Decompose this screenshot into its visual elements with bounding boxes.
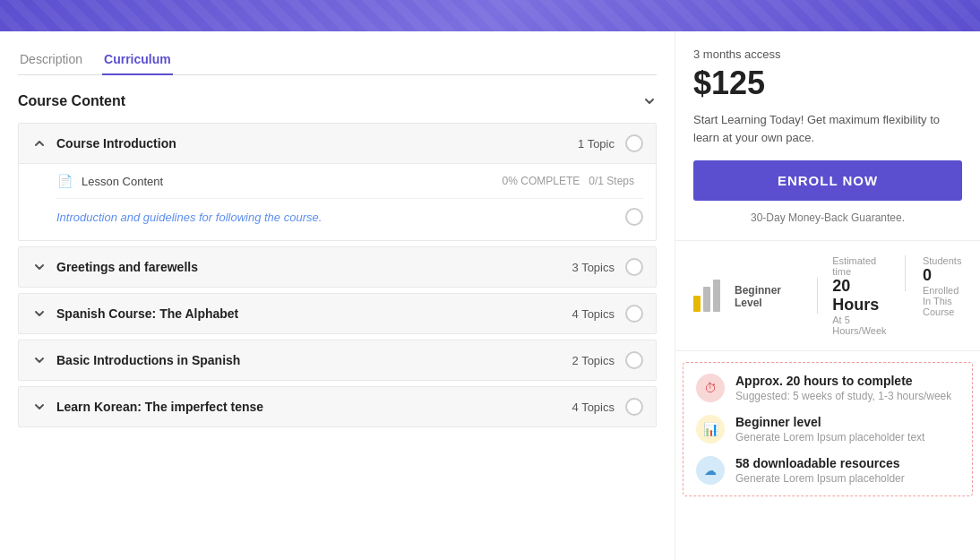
accordion-header-greetings[interactable]: Greetings and farewells 3 Topics xyxy=(19,247,656,287)
toggle-down-icon-greetings xyxy=(31,259,47,275)
accordion-korean-title: Learn Korean: The imperfect tense xyxy=(56,400,572,414)
stats-row: Beginner Level Estimated time 20 Hours A… xyxy=(675,241,980,351)
accordion-header-basic-intro[interactable]: Basic Introductions in Spanish 2 Topics xyxy=(19,340,656,380)
lesson-desc-circle xyxy=(625,208,643,226)
bar-3 xyxy=(713,280,720,312)
stat-time: Estimated time 20 Hours At 5 Hours/Week xyxy=(832,255,886,336)
feature-downloads-desc: Generate Lorem Ipsum placeholder xyxy=(735,472,905,485)
bar-1 xyxy=(693,296,701,312)
accordion-intro-count: 1 Topic xyxy=(578,137,615,151)
accordion-intro: Course Introduction 1 Topic 📄 Lesson Con… xyxy=(18,123,657,241)
enroll-button[interactable]: ENROLL NOW xyxy=(693,160,962,201)
tab-description[interactable]: Description xyxy=(18,45,84,75)
bar-2 xyxy=(703,287,710,312)
feature-downloads-icon: ☁ xyxy=(696,456,725,485)
lesson-description-row: Introduction and guidelines for followin… xyxy=(56,199,643,229)
stats-details: Estimated time 20 Hours At 5 Hours/Week … xyxy=(832,255,962,336)
accordion-korean-count: 4 Topics xyxy=(572,401,615,414)
lesson-meta: 0% COMPLETE 0/1 Steps xyxy=(503,175,634,187)
feature-level-desc: Generate Lorem Ipsum placeholder text xyxy=(735,431,924,444)
accordion-intro-circle xyxy=(625,134,643,152)
feature-time-title: Approx. 20 hours to complete xyxy=(735,374,951,388)
accordion-basic-intro: Basic Introductions in Spanish 2 Topics xyxy=(18,340,657,381)
access-label: 3 months access xyxy=(693,47,962,61)
lesson-description-text[interactable]: Introduction and guidelines for followin… xyxy=(56,211,322,224)
accordion-greetings-circle xyxy=(625,258,643,276)
lesson-title[interactable]: Lesson Content xyxy=(82,175,503,188)
feature-downloads: ☁ 58 downloadable resources Generate Lor… xyxy=(696,456,959,485)
accordion-korean-circle xyxy=(625,398,643,416)
beginner-level-label: Beginner Level xyxy=(735,284,803,309)
estimated-time-value: 20 Hours xyxy=(832,277,886,314)
feature-time: ⏱ Approx. 20 hours to complete Suggested… xyxy=(696,374,959,402)
feature-time-desc: Suggested: 5 weeks of study, 1-3 hours/w… xyxy=(735,390,951,402)
course-content-heading: Course Content xyxy=(18,93,125,109)
feature-downloads-text: 58 downloadable resources Generate Lorem… xyxy=(735,456,905,485)
feature-level: 📊 Beginner level Generate Lorem Ipsum pl… xyxy=(696,415,959,444)
lesson-steps: 0/1 Steps xyxy=(589,175,634,187)
accordion-basic-intro-circle xyxy=(625,351,643,369)
tab-curriculum[interactable]: Curriculum xyxy=(102,45,173,75)
bar-chart-icon xyxy=(693,280,720,312)
accordion-greetings-title: Greetings and farewells xyxy=(56,260,572,274)
students-value: 0 xyxy=(923,266,962,285)
features-box: ⏱ Approx. 20 hours to complete Suggested… xyxy=(683,362,973,496)
guarantee-text: 30-Day Money-Back Guarantee. xyxy=(693,211,962,224)
lesson-complete: 0% COMPLETE xyxy=(503,175,580,187)
pricing-box: 3 months access $125 Start Learning Toda… xyxy=(675,31,980,241)
feature-level-icon: 📊 xyxy=(696,415,725,444)
students-sub: Enrolled In This Course xyxy=(923,285,962,317)
accordion-header-intro[interactable]: Course Introduction 1 Topic xyxy=(19,124,656,163)
feature-level-text: Beginner level Generate Lorem Ipsum plac… xyxy=(735,415,924,444)
feature-time-icon: ⏱ xyxy=(696,374,725,402)
accordion-korean: Learn Korean: The imperfect tense 4 Topi… xyxy=(18,386,657,427)
accordion-alphabet: Spanish Course: The Alphabet 4 Topics xyxy=(18,293,657,334)
price-description: Start Learning Today! Get maximum flexib… xyxy=(693,111,962,146)
accordion-alphabet-circle xyxy=(625,305,643,323)
accordion-basic-intro-title: Basic Introductions in Spanish xyxy=(56,353,572,367)
toggle-up-icon xyxy=(31,135,47,151)
stat-students: Students 0 Enrolled In This Course xyxy=(923,255,962,336)
accordion-intro-body: 📄 Lesson Content 0% COMPLETE 0/1 Steps I… xyxy=(19,163,656,240)
feature-downloads-title: 58 downloadable resources xyxy=(735,456,905,470)
accordion-greetings: Greetings and farewells 3 Topics xyxy=(18,246,657,288)
collapse-icon[interactable] xyxy=(642,94,657,108)
accordion-basic-intro-count: 2 Topics xyxy=(572,354,615,367)
top-banner xyxy=(0,0,980,31)
accordion-alphabet-title: Spanish Course: The Alphabet xyxy=(56,306,572,321)
toggle-down-icon-korean xyxy=(31,399,47,415)
estimated-time-sub: At 5 Hours/Week xyxy=(832,314,886,336)
accordion-greetings-count: 3 Topics xyxy=(572,261,615,274)
accordion-alphabet-count: 4 Topics xyxy=(572,307,615,321)
price-value: $125 xyxy=(693,65,962,102)
accordion-header-alphabet[interactable]: Spanish Course: The Alphabet 4 Topics xyxy=(19,294,656,333)
estimated-time-label: Estimated time xyxy=(832,255,886,277)
tabs: Description Curriculum xyxy=(18,45,657,75)
right-sidebar: 3 months access $125 Start Learning Toda… xyxy=(675,31,980,560)
feature-level-title: Beginner level xyxy=(735,415,924,429)
feature-time-text: Approx. 20 hours to complete Suggested: … xyxy=(735,374,951,402)
lesson-doc-icon: 📄 xyxy=(56,173,73,189)
toggle-down-icon-basic-intro xyxy=(31,352,47,368)
lesson-row: 📄 Lesson Content 0% COMPLETE 0/1 Steps xyxy=(56,164,643,199)
students-label: Students xyxy=(923,255,962,266)
toggle-down-icon-alphabet xyxy=(31,306,47,322)
accordion-header-korean[interactable]: Learn Korean: The imperfect tense 4 Topi… xyxy=(19,387,656,426)
accordion-intro-title: Course Introduction xyxy=(56,136,578,151)
stat-divider-1 xyxy=(817,278,818,314)
